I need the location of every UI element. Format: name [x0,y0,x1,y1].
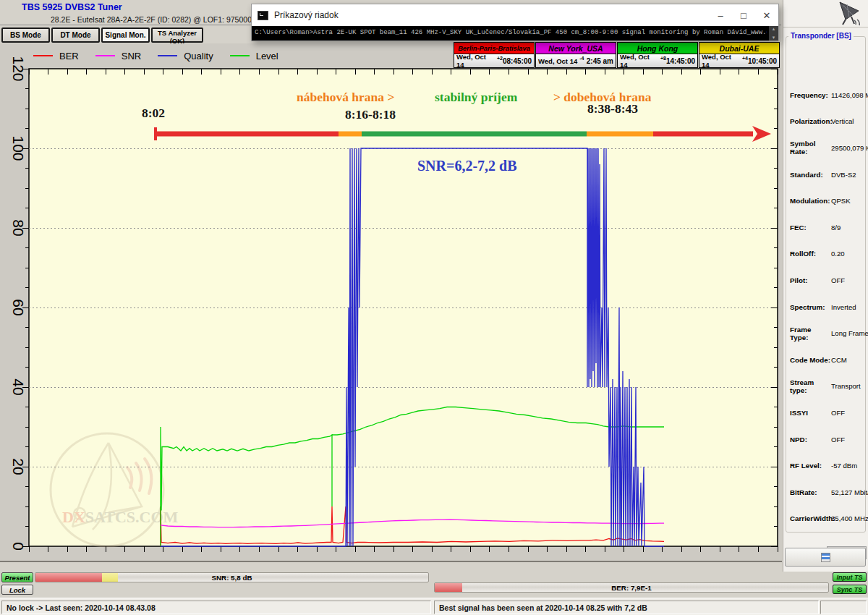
svg-text:80: 80 [10,219,27,236]
field-rf-level: RF Level:-57 dBm [786,452,867,479]
field-label: Spectrum: [790,303,831,311]
field-label: Frequency: [790,91,831,99]
close-icon[interactable]: ✕ [755,4,778,26]
field-bitrate: BitRate:52,127 Mbit/s [786,479,867,506]
clock-new-york-usa: New York_USAWed, Oct 14-42:45 am [535,42,616,69]
field-code-mode: Code Mode:CCM [786,347,867,373]
cmd-console[interactable]: C:\Users\Roman>Astra 2E-UK SPOT beam_11 … [252,26,778,41]
clock-berlin-paris-bratislava: Berlin-Paris-BratislavaWed, Oct 14+208:4… [454,42,535,69]
field-label: Stream type: [790,378,831,394]
annotation-start-time: 8:02 [142,106,165,121]
cmd-command-line[interactable]: C:\Users\Roman>Astra 2E-UK SPOT beam_11 … [255,29,767,36]
field-modulation: Modulation:QPSK [786,187,867,214]
svg-text:60: 60 [10,299,27,315]
field-value: OFF [831,276,845,284]
app-title: TBS 5925 DVBS2 Tuner [22,2,122,12]
clock-datetime: Wed, Oct 14-42:45 am [535,54,616,68]
legend-label: BER [59,51,79,62]
maximize-icon[interactable]: □ [732,4,755,26]
cmd-scrollbar[interactable]: ▲ ▼ [769,26,778,41]
annotation-fall-time: 8:38-8:43 [587,101,638,116]
legend-swatch-level [230,55,250,56]
sync-ts-button[interactable]: Sync TS [833,585,867,594]
clock-dubai-uae: Dubai-UAEWed, Oct 14+410:45:00 [699,42,780,69]
command-prompt-icon [258,11,268,20]
field-standard: Standard:DVB-S2 [786,161,867,188]
panel-separator [783,27,868,27]
statusbar: No lock -> Last seen: 2020-10-14 08.43.0… [0,598,868,615]
statusbar-lock-status: No lock -> Last seen: 2020-10-14 08.43.0… [1,601,431,614]
clock-time-value: 2:45 am [587,57,613,65]
clock-time-value: 10:45:00 [748,57,777,65]
clock-date: Wed, Oct 14 [538,57,577,65]
scroll-up-icon[interactable]: ▲ [772,27,776,31]
command-prompt-window: Príkazový riadok – □ ✕ C:\Users\Roman>As… [251,4,779,41]
bar-label: BER: 7,9E-1 [435,584,828,592]
lock-button[interactable]: Lock [1,585,33,595]
ber-progressbar: BER: 7,9E-1 [434,582,829,593]
legend-label: Level [256,51,278,62]
field-value: 29500,079 KS/s [831,144,868,152]
cmd-titlebar[interactable]: Príkazový riadok – □ ✕ [252,4,778,26]
legend-swatch-quality [158,55,177,56]
legend-label: Quality [184,51,213,62]
scroll-down-icon[interactable]: ▼ [772,35,776,40]
clock-date: Wed, Oct 14 [702,53,740,69]
bar-label: SNR: 5,8 dB [35,574,428,582]
legend-item-level: Level [230,51,278,62]
clock-utc-offset: +8 [660,56,666,61]
legend-item-snr: SNR [95,51,141,62]
field-symbol-rate: Symbol Rate:29500,079 KS/s [786,135,867,161]
clock-time-value: 14:45:00 [666,57,695,65]
input-ts-button[interactable]: Input TS [833,572,867,582]
tab-bs-mode[interactable]: BS Mode [1,27,50,43]
clock-utc-offset: +4 [742,56,748,61]
app-window: TBS 5925 DVBS2 Tuner 28.2E - Eutelsat 28… [0,0,868,615]
stream-list-button[interactable] [785,548,866,567]
field-fec: FEC:8/9 [786,214,867,241]
present-button[interactable]: Present [1,572,33,582]
tab-signal-mon[interactable]: Signal Mon. [101,27,150,43]
field-label: RollOff: [790,250,831,258]
field-label: Symbol Rate: [790,140,831,156]
field-carrierwidth: CarrierWidth:35,400 MHz [786,506,867,533]
snr-progressbar: SNR: 5,8 dB [35,572,429,582]
field-label: FEC: [790,224,831,232]
field-issyi: ISSYIOFF [786,399,867,426]
field-value: 0.20 [831,250,845,258]
mode-tabs: BS ModeDT ModeSignal Mon.TS Analyzer (OK… [1,27,203,43]
chart-legend: BERSNRQualityLevel [33,50,295,62]
field-value: 8/9 [831,224,841,232]
field-value: Vertical [831,117,854,125]
tab-ts-analyzer-ok[interactable]: TS Analyzer (OK) [151,27,203,43]
field-frequency: Frequency:11426,098 MHz [786,82,867,109]
legend-swatch-ber [33,55,53,56]
legend-label: SNR [122,51,141,62]
field-value: 52,127 Mbit/s [831,488,868,496]
tab-dt-mode[interactable]: DT Mode [51,27,100,43]
field-value: DVB-S2 [831,171,856,179]
clock-datetime: Wed, Oct 14+208:45:00 [454,54,535,68]
statusbar-best-signal: Best signal has been seen at 2020-10-14 … [434,601,819,614]
y-axis-labels: 020406080100120 [10,56,27,550]
svg-text:20: 20 [10,458,27,475]
field-label: NPD: [790,436,831,444]
clock-utc-offset: -4 [579,56,584,61]
field-rolloff: RollOff:0.20 [786,241,867,268]
annotation-rise-time: 8:16-8:18 [345,107,396,122]
field-label: BitRate: [790,488,831,496]
field-value: -57 dBm [831,462,857,470]
field-label: ISSYI [790,409,831,417]
field-polarization: Polarization:Vertical [786,109,867,135]
transponder-panel: Transponder [BS] Frequency:11426,098 MHz… [783,0,868,572]
minimize-icon[interactable]: – [709,4,732,26]
field-value: Inverted [831,303,856,311]
field-label: Modulation: [790,197,831,205]
satellite-dish-icon[interactable] [830,1,863,26]
field-value: OFF [831,436,845,444]
field-spectrum: Spectrum:Inverted [786,294,867,321]
clock-hong-kong: Hong KongWed, Oct 14+814:45:00 [617,42,698,69]
clock-date: Wed, Oct 14 [620,53,658,69]
field-value: 35,400 MHz [831,514,868,522]
field-npd: NPD:OFF [786,426,867,453]
